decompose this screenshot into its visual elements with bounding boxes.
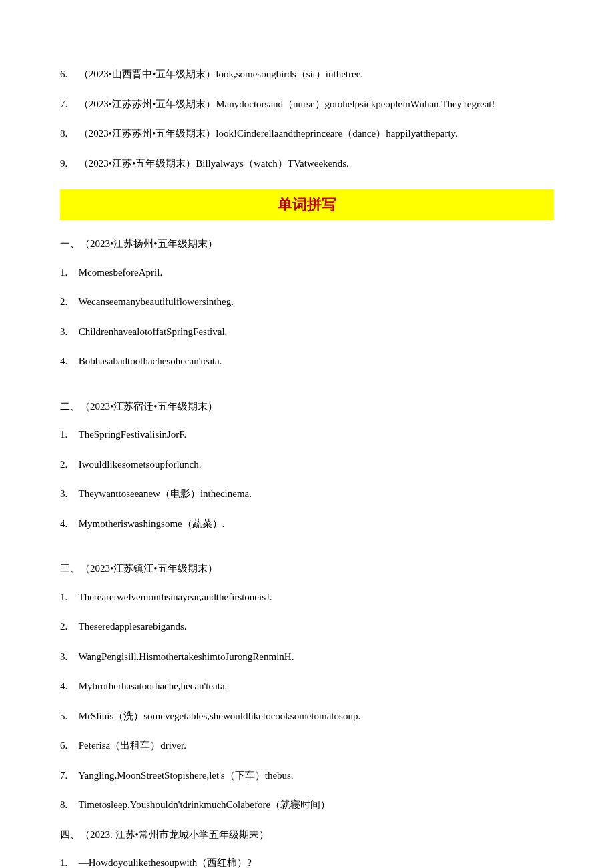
item-number: 2. — [60, 619, 76, 634]
item-number: 8. — [60, 126, 76, 141]
question-group: 三、（2023•江苏镇江•五年级期末） 1. Therearetwelvemon… — [60, 561, 554, 813]
list-item: 4. Bobhasabadtoothachesohecan'teata. — [60, 354, 554, 369]
list-item: 7. （2023•江苏苏州•五年级期末）Manydoctorsand（nurse… — [60, 97, 554, 112]
section-banner: 单词拼写 — [60, 189, 554, 220]
item-number: 3. — [60, 649, 76, 665]
group-title: 二、（2023•江苏宿迁•五年级期末） — [60, 399, 554, 414]
item-number: 6. — [60, 738, 76, 753]
item-text: —Howdoyoulikethesoupwith（西红柿）? — [79, 857, 252, 868]
list-item: 2. Iwouldlikesometsoupforlunch. — [60, 457, 554, 472]
item-number: 4. — [60, 354, 76, 369]
item-text: WangPengisill.HismothertakeshimtoJurongR… — [78, 651, 294, 662]
item-text: （2023•山西晋中•五年级期末）look,somesongbirds（sit）… — [79, 69, 363, 79]
list-item: 1. TheSpringFestivalisinJorF. — [60, 427, 554, 442]
item-text: TheSpringFestivalisinJorF. — [78, 429, 186, 440]
item-number: 7. — [60, 768, 76, 783]
item-number: 7. — [60, 97, 76, 112]
item-text: Wecanseemanybeautifulflowersintheg. — [78, 296, 233, 307]
item-text: Mybrotherhasatoothache,hecan'teata. — [79, 681, 228, 691]
list-item: 5. MrSliuis（洗）somevegetables,shewouldlik… — [60, 709, 554, 724]
item-text: （2023•江苏苏州•五年级期末）look!Cinderellaandthepr… — [79, 128, 458, 139]
group-title: 一、（2023•江苏扬州•五年级期末） — [60, 236, 554, 252]
item-number: 9. — [60, 156, 76, 171]
list-item: 6. （2023•山西晋中•五年级期末）look,somesongbirds（s… — [60, 67, 554, 82]
list-item: 3. WangPengisill.HismothertakeshimtoJuro… — [60, 649, 554, 665]
list-item: 1. —Howdoyoulikethesoupwith（西红柿）? — [60, 855, 554, 868]
question-group: 四、（2023. 江苏•常州市龙城小学五年级期末） 1. —Howdoyouli… — [60, 827, 554, 869]
list-item: 4. Mybrotherhasatoothache,hecan'teata. — [60, 679, 554, 694]
item-number: 8. — [60, 797, 76, 813]
item-number: 3. — [60, 324, 76, 340]
list-item: 1. Therearetwelvemonthsinayear,andthefir… — [60, 590, 554, 605]
page-container: 6. （2023•山西晋中•五年级期末）look,somesongbirds（s… — [0, 0, 614, 868]
item-text: Bobhasabadtoothachesohecan'teata. — [79, 356, 222, 366]
list-item: 4. Mymotheriswashingsome（蔬菜）. — [60, 516, 554, 532]
item-number: 2. — [60, 457, 76, 472]
item-number: 2. — [60, 294, 76, 310]
list-item: 8. （2023•江苏苏州•五年级期末）look!Cinderellaandth… — [60, 126, 554, 141]
item-number: 6. — [60, 67, 76, 82]
group-title: 四、（2023. 江苏•常州市龙城小学五年级期末） — [60, 827, 554, 843]
list-item: 2. Theseredapplesarebigands. — [60, 619, 554, 634]
item-number: 1. — [60, 855, 76, 868]
question-group: 二、（2023•江苏宿迁•五年级期末） 1. TheSpringFestival… — [60, 399, 554, 532]
list-item: 7. Yangling,MoonStreetStopishere,let's（下… — [60, 768, 554, 783]
item-text: Theseredapplesarebigands. — [78, 621, 186, 632]
list-item: 8. Timetosleep.Youshouldn'tdrinkmuchCola… — [60, 797, 554, 813]
item-text: McomesbeforeApril. — [79, 267, 162, 278]
item-text: （2023•江苏•五年级期末）Billyalways（watch）TVatwee… — [79, 158, 349, 169]
group-title: 三、（2023•江苏镇江•五年级期末） — [60, 561, 554, 576]
item-number: 1. — [60, 590, 76, 605]
question-group: 一、（2023•江苏扬州•五年级期末） 1. McomesbeforeApril… — [60, 236, 554, 369]
list-item: 3. ChildrenhavealotoffatSpringFestival. — [60, 324, 554, 340]
item-text: Timetosleep.Youshouldn'tdrinkmuchColabef… — [78, 799, 330, 810]
item-text: ChildrenhavealotoffatSpringFestival. — [79, 326, 228, 337]
list-item: 6. Peterisa（出租车）driver. — [60, 738, 554, 753]
item-text: Iwouldlikesometsoupforlunch. — [79, 459, 202, 470]
list-item: 2. Wecanseemanybeautifulflowersintheg. — [60, 294, 554, 310]
list-item: 3. Theywanttoseeanew（电影）inthecinema. — [60, 486, 554, 502]
item-text: MrSliuis（洗）somevegetables,shewouldliketo… — [79, 711, 360, 721]
item-number: 3. — [60, 486, 76, 502]
list-item: 9. （2023•江苏•五年级期末）Billyalways（watch）TVat… — [60, 156, 554, 171]
item-text: Theywanttoseeanew（电影）inthecinema. — [78, 488, 252, 499]
item-text: Therearetwelvemonthsinayear,andthefirsto… — [78, 592, 272, 602]
item-text: Yangling,MoonStreetStopishere,let's（下车）t… — [78, 770, 293, 781]
item-text: Mymotheriswashingsome（蔬菜）. — [79, 518, 225, 529]
item-number: 4. — [60, 679, 76, 694]
list-item: 1. McomesbeforeApril. — [60, 265, 554, 280]
item-text: Peterisa（出租车）driver. — [79, 740, 186, 751]
item-number: 1. — [60, 427, 76, 442]
item-text: （2023•江苏苏州•五年级期末）Manydoctorsand（nurse）go… — [79, 99, 495, 109]
item-number: 1. — [60, 265, 76, 280]
item-number: 5. — [60, 709, 76, 724]
top-items: 6. （2023•山西晋中•五年级期末）look,somesongbirds（s… — [60, 67, 554, 171]
item-number: 4. — [60, 516, 76, 532]
